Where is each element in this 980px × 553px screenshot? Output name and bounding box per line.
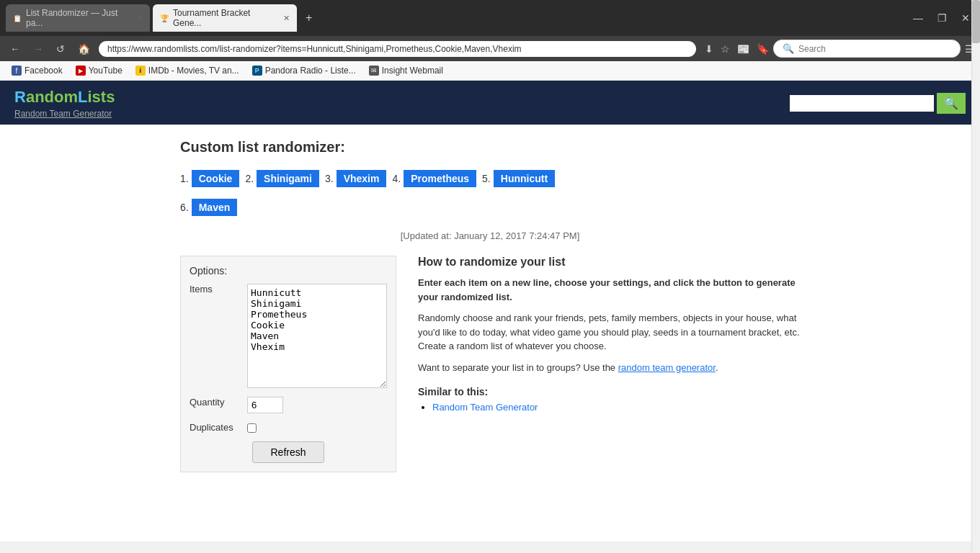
list-item: Random Team Generator [432,402,800,413]
content-area: Custom list randomizer: 1. Cookie 2. Shi… [166,125,814,487]
imdb-icon: i [135,66,146,76]
results-grid: 1. Cookie 2. Shinigami 3. Vhexim 4. Prom… [180,170,800,187]
result-number-6: 6. [180,202,189,213]
bookmarks-bar: f Facebook ▶ YouTube i IMDb - Movies, TV… [0,61,980,81]
webmail-icon: ✉ [369,66,379,76]
bookmark-imdb[interactable]: i IMDb - Movies, TV an... [130,63,245,78]
options-title: Options: [190,265,387,276]
result-number-4: 4. [392,173,401,184]
quantity-input[interactable] [247,397,283,413]
minimize-button[interactable]: — [909,11,927,25]
bookmark-label: YouTube [89,66,122,76]
logo-text: R [14,88,26,106]
refresh-button[interactable]: Refresh [252,441,324,463]
result-cell-4: 4. Prometheus [392,170,476,187]
header-search: 🔍 [790,93,966,114]
result-cell-3: 3. Vhexim [325,170,387,187]
duplicates-label: Duplicates [190,422,240,433]
quantity-row: Quantity [190,397,387,413]
tab-list-randomizer[interactable]: 📋 List Randomizer — Just pa... ✕ [6,4,150,32]
info-panel: How to randomize your list Enter each it… [418,256,800,472]
scrollbar-track[interactable] [971,0,980,541]
bookmark-webmail[interactable]: ✉ Insight Webmail [363,63,449,78]
reader-icon[interactable]: 📰 [737,43,749,55]
search-icon: 🔍 [783,43,794,54]
bookmark-facebook[interactable]: f Facebook [6,63,68,78]
page-wrapper: RandomLists Random Team Generator 🔍 Cust… [0,81,980,541]
random-team-link[interactable]: random team generator [618,362,716,373]
bookmark-label: Pandora Radio - Liste... [265,66,356,76]
result-row-2: 6. Maven [180,199,800,216]
bookmark-pandora[interactable]: P Pandora Radio - Liste... [246,63,362,78]
site-logo[interactable]: RandomLists [14,88,115,106]
items-row: Items Hunnicutt Shinigami Prometheus Coo… [190,284,387,388]
bookmark-star-icon[interactable]: ☆ [721,43,730,55]
tab-close-button[interactable]: ✕ [283,14,290,23]
page-title: Custom list randomizer: [180,139,800,156]
tab-close-button[interactable]: ✕ [136,14,143,23]
result-cell-5: 5. Hunnicutt [482,170,555,187]
tab-label: Tournament Bracket Gene... [173,8,276,28]
bookmark-youtube[interactable]: ▶ YouTube [70,63,128,78]
how-to-title: How to randomize your list [418,256,800,269]
header-search-button[interactable]: 🔍 [937,93,966,114]
result-item-2: Shinigami [257,170,319,187]
similar-list: Random Team Generator [418,402,800,413]
result-item-5: Hunnicutt [494,170,555,187]
pocket-icon[interactable]: 🔖 [757,43,769,55]
quantity-label: Quantity [190,397,240,408]
reload-button[interactable]: ↺ [52,42,69,56]
url-bar[interactable] [99,41,696,57]
breadcrumb-link[interactable]: Random Team Generator [14,109,112,119]
result-number-5: 5. [482,173,491,184]
how-to-para2: Randomly choose and rank your friends, p… [418,311,800,354]
logo-text: L [78,88,87,106]
duplicates-row: Duplicates [190,422,387,433]
bookmark-label: Insight Webmail [382,66,443,76]
result-cell-1: 1. Cookie [180,170,239,187]
options-panel: Options: Items Hunnicutt Shinigami Prome… [180,256,396,472]
result-item-4: Prometheus [404,170,476,187]
updated-text: [Updated at: January 12, 2017 7:24:47 PM… [180,230,800,241]
pandora-icon: P [252,66,262,76]
header-search-input[interactable] [790,95,934,112]
main-flex: Options: Items Hunnicutt Shinigami Prome… [180,256,800,472]
site-header: RandomLists Random Team Generator 🔍 [0,81,980,125]
how-to-para1: Enter each item on a new line, choose yo… [418,276,800,304]
download-icon[interactable]: ⬇ [705,43,713,55]
forward-button[interactable]: → [29,42,48,56]
home-button[interactable]: 🏠 [74,42,94,56]
duplicates-checkbox[interactable] [247,423,257,433]
titlebar: 📋 List Randomizer — Just pa... ✕ 🏆 Tourn… [0,0,980,36]
scrollbar-thumb[interactable] [972,0,980,43]
result-item-6: Maven [192,199,238,216]
browser-search-bar[interactable]: 🔍 [773,40,961,58]
search-input[interactable] [798,44,951,54]
browser-toolbar: ← → ↺ 🏠 ⬇ ☆ 📰 🔖 🔍 ☰ [0,36,980,61]
result-item-1: Cookie [192,170,240,187]
bookmark-label: IMDb - Movies, TV an... [148,66,239,76]
how-to-para3: Want to separate your list in to groups?… [418,361,800,375]
items-textarea[interactable]: Hunnicutt Shinigami Prometheus Cookie Ma… [247,284,387,388]
result-number-3: 3. [325,173,334,184]
refresh-row: Refresh [190,441,387,463]
bookmark-label: Facebook [24,66,63,76]
result-number-1: 1. [180,173,189,184]
new-tab-button[interactable]: + [300,10,318,26]
result-item-3: Vhexim [337,170,387,187]
back-button[interactable]: ← [6,42,24,56]
logo-text: andom [26,88,78,106]
tab-tournament[interactable]: 🏆 Tournament Bracket Gene... ✕ [153,4,297,32]
result-cell-2: 2. Shinigami [245,170,319,187]
logo-text: ists [87,88,115,106]
facebook-icon: f [12,66,22,76]
similar-title: Similar to this: [418,386,800,397]
youtube-icon: ▶ [76,66,86,76]
maximize-button[interactable]: ❐ [933,11,951,25]
tab-label: List Randomizer — Just pa... [26,8,129,28]
items-label: Items [190,284,240,295]
result-number-2: 2. [245,173,254,184]
similar-link-random-team[interactable]: Random Team Generator [432,402,538,413]
